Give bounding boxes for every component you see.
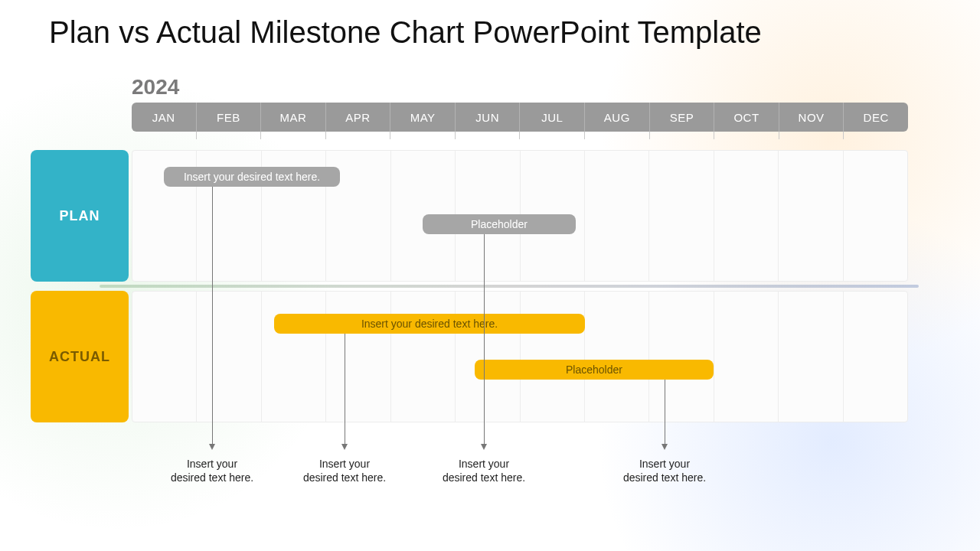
plan-bar-2[interactable]: Placeholder xyxy=(423,214,576,234)
actual-bar-1-label: Insert your desired text here. xyxy=(361,318,498,330)
month-aug: AUG xyxy=(584,103,649,132)
month-mar: MAR xyxy=(260,103,325,132)
month-header: JAN FEB MAR APR MAY JUN JUL AUG SEP OCT … xyxy=(132,103,908,132)
caption-2[interactable]: Insert yourdesired text here. xyxy=(283,458,406,484)
actual-bar-1[interactable]: Insert your desired text here. xyxy=(274,314,585,334)
plan-bar-2-label: Placeholder xyxy=(471,218,528,230)
row-label-actual: ACTUAL xyxy=(31,291,129,422)
month-dec: DEC xyxy=(843,103,908,132)
month-nov: NOV xyxy=(779,103,844,132)
actual-bar-2-label: Placeholder xyxy=(566,364,622,376)
month-jan: JAN xyxy=(132,103,196,132)
caption-3[interactable]: Insert yourdesired text here. xyxy=(423,458,545,484)
connector-4-arrow-icon xyxy=(662,444,668,450)
connector-3 xyxy=(484,234,485,444)
caption-4[interactable]: Insert yourdesired text here. xyxy=(603,458,726,484)
month-ticks xyxy=(132,132,908,139)
caption-1[interactable]: Insert yourdesired text here. xyxy=(151,458,273,484)
actual-bar-2[interactable]: Placeholder xyxy=(475,360,714,380)
month-oct: OCT xyxy=(714,103,779,132)
row-label-plan: PLAN xyxy=(31,150,129,282)
month-feb: FEB xyxy=(196,103,261,132)
month-sep: SEP xyxy=(649,103,714,132)
lane-actual xyxy=(132,291,908,422)
month-jun: JUN xyxy=(455,103,520,132)
timeline-year: 2024 xyxy=(132,75,179,99)
lane-divider xyxy=(100,285,919,288)
connector-4 xyxy=(665,380,665,444)
month-may: MAY xyxy=(390,103,455,132)
connector-3-arrow-icon xyxy=(481,444,487,450)
month-apr: APR xyxy=(325,103,390,132)
month-jul: JUL xyxy=(519,103,584,132)
plan-bar-1[interactable]: Insert your desired text here. xyxy=(164,167,340,187)
connector-2-arrow-icon xyxy=(341,444,348,450)
plan-bar-1-label: Insert your desired text here. xyxy=(184,171,320,183)
connector-1 xyxy=(212,187,213,444)
connector-2 xyxy=(345,334,345,444)
page-title: Plan vs Actual Milestone Chart PowerPoin… xyxy=(49,15,762,50)
connector-1-arrow-icon xyxy=(209,444,215,450)
